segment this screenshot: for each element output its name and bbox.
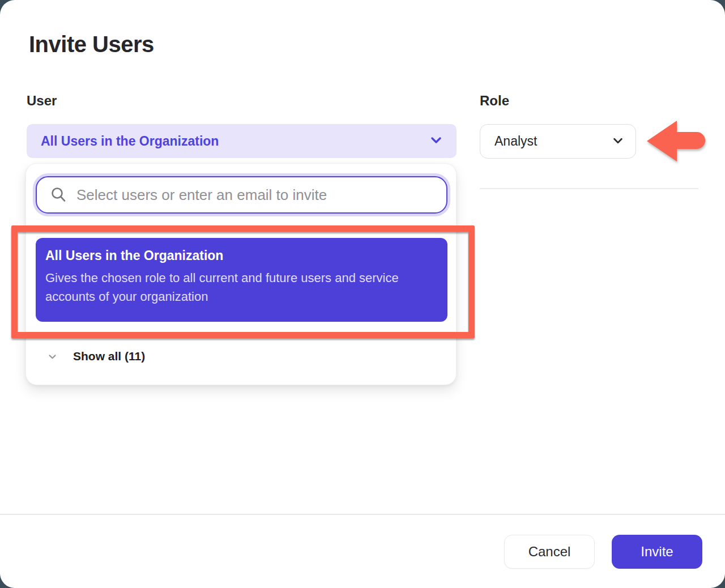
user-dropdown-panel: All Users in the Organization Gives the …: [25, 163, 457, 385]
chevron-down-icon: [48, 352, 57, 361]
invite-button[interactable]: Invite: [612, 535, 702, 569]
red-arrow-icon: [645, 118, 709, 164]
user-field-label: User: [27, 93, 57, 109]
page-title: Invite Users: [29, 32, 154, 57]
chevron-down-icon: [612, 134, 624, 149]
user-search-field[interactable]: [36, 176, 447, 214]
cancel-button[interactable]: Cancel: [504, 535, 595, 569]
invite-users-dialog: Invite Users User Role All Users in the …: [0, 0, 725, 588]
option-all-users-in-organization[interactable]: All Users in the Organization Gives the …: [36, 238, 447, 322]
search-icon: [49, 186, 67, 204]
show-all-label: Show all (11): [73, 350, 145, 363]
role-selected-value: Analyst: [494, 134, 612, 149]
option-description: Gives the chosen role to all current and…: [45, 269, 436, 306]
user-selected-value: All Users in the Organization: [41, 134, 429, 149]
role-select-trigger[interactable]: Analyst: [480, 124, 636, 159]
footer-divider: [0, 514, 725, 515]
show-all-toggle[interactable]: Show all (11): [26, 342, 456, 370]
chevron-down-icon: [429, 133, 443, 149]
search-input[interactable]: [76, 177, 435, 212]
user-select-trigger[interactable]: All Users in the Organization: [27, 124, 457, 158]
option-title: All Users in the Organization: [45, 248, 438, 263]
role-section-divider: [480, 188, 698, 189]
role-field-label: Role: [480, 93, 509, 109]
